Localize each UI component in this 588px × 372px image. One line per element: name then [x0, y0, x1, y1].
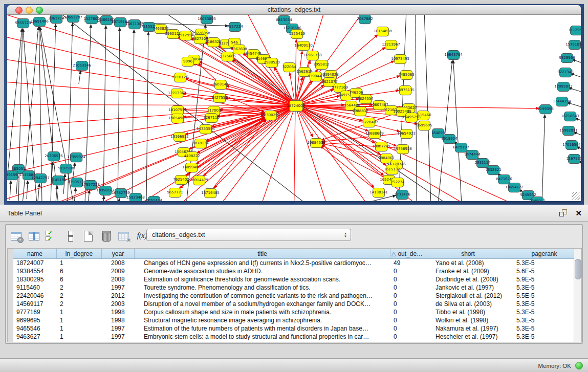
table-row[interactable]: 946362711997Embryonic stem cells: a mode… — [13, 333, 577, 341]
table-row[interactable]: 969969511998Structural magnetic resonanc… — [13, 316, 577, 324]
window-titlebar[interactable]: citations_edges.txt — [7, 5, 581, 15]
stack-rows-icon[interactable] — [63, 229, 77, 243]
graph-node[interactable]: 20206576 — [48, 151, 60, 161]
graph-node[interactable]: 8186328 — [207, 37, 220, 47]
graph-node[interactable]: 16210643 — [564, 112, 576, 121]
graph-node[interactable]: 1112954 — [570, 26, 581, 35]
graph-node[interactable]: 10973493 — [394, 54, 406, 64]
graph-node[interactable]: 2588520 — [266, 58, 278, 68]
close-window-button[interactable] — [15, 7, 23, 14]
graph-node[interactable]: 1145194 — [52, 176, 64, 185]
graph-node[interactable]: 16033803 — [201, 15, 213, 24]
column-header-short[interactable]: short — [424, 249, 512, 258]
graph-node[interactable]: 1167533 — [568, 154, 580, 164]
graph-node[interactable]: 9051434 — [148, 196, 160, 202]
graph-node[interactable]: 10654122 — [508, 183, 520, 192]
graph-node[interactable]: 14353594 — [200, 124, 212, 134]
graph-node[interactable]: 9329966 — [561, 53, 573, 63]
graph-node[interactable]: 9227343 — [559, 68, 572, 77]
delete-table-icon[interactable] — [99, 229, 113, 243]
graph-node[interactable]: 1615132 — [386, 165, 398, 174]
graph-node[interactable]: 14138141 — [373, 188, 385, 198]
graph-node[interactable]: 15923468 — [129, 193, 142, 202]
table-row[interactable]: 1872400712008Changes of HCN gene express… — [13, 259, 577, 267]
graph-node[interactable]: 12095872 — [557, 82, 570, 92]
graph-node[interactable]: 7632621 — [487, 165, 499, 175]
graph-node[interactable]: 7625402 — [175, 175, 187, 185]
graph-node[interactable]: 19654965 — [171, 114, 184, 123]
graph-node[interactable]: 2063714 — [50, 15, 62, 24]
close-panel-icon[interactable]: ✕ — [575, 209, 582, 217]
graph-node[interactable]: 8471676 — [498, 174, 510, 184]
graph-node[interactable]: 19166852 — [173, 132, 186, 142]
graph-node[interactable]: 7955812 — [315, 60, 328, 70]
table-row[interactable]: 1830029562008Estimation of significance … — [13, 275, 577, 283]
graph-node[interactable]: 8427552 — [213, 93, 226, 103]
table-scrollbar-thumb[interactable] — [575, 259, 581, 279]
graph-node[interactable]: 10719184 — [114, 17, 126, 27]
graph-node[interactable]: 12213967 — [385, 40, 397, 50]
graph-node[interactable]: 39159 — [7, 170, 18, 180]
graph-node[interactable]: 17359924 — [70, 152, 82, 162]
graph-node[interactable]: 18300295 — [265, 111, 277, 120]
graph-node[interactable]: 18807249 — [375, 142, 387, 151]
select-rows-icon[interactable]: ✓ ✓ — [46, 229, 59, 243]
column-header-pagerank[interactable]: pagerank — [512, 249, 577, 258]
graph-node[interactable]: 7988832 — [354, 106, 366, 116]
panel-splitter-handle[interactable] — [290, 202, 295, 204]
table-selector-dropdown[interactable]: citations_edges.txt ▲▼ — [146, 229, 351, 241]
graph-node[interactable]: 1527602 — [85, 15, 98, 24]
graph-node[interactable]: 9197588 — [60, 164, 72, 173]
table-row[interactable]: 1456911722003Disruption of a novel membe… — [13, 300, 577, 308]
column-header-name[interactable]: name — [13, 249, 57, 258]
graph-node[interactable]: 9896 — [182, 57, 194, 67]
graph-node[interactable]: 2367608 — [233, 45, 245, 54]
graph-node[interactable]: 6479197 — [455, 143, 467, 152]
graph-node[interactable]: 12444194 — [556, 97, 568, 106]
graph-node[interactable]: 8960128 — [167, 29, 179, 39]
graph-node[interactable]: 8918924 — [443, 134, 455, 144]
graph-node[interactable]: 15992971 — [562, 126, 575, 136]
graph-node[interactable]: 4498222 — [186, 151, 198, 161]
graph-node[interactable]: 10653287 — [67, 15, 79, 23]
graph-node[interactable]: 13975135 — [399, 85, 411, 95]
graph-node[interactable]: 9827508 — [194, 34, 206, 44]
graph-node[interactable]: 16409110 — [297, 41, 310, 51]
graph-node[interactable]: 252274 — [391, 178, 404, 187]
table-row[interactable]: 2242004622012Investigating the contribut… — [13, 292, 577, 300]
select-column-icon[interactable] — [28, 229, 41, 243]
graph-node[interactable]: 2935114 — [476, 158, 489, 168]
table-row[interactable]: 946554611997Estimation of the future num… — [13, 324, 577, 333]
graph-node[interactable]: 17016504 — [565, 140, 578, 150]
graph-node[interactable]: 7485063 — [400, 70, 412, 80]
graph-node[interactable]: 3267110 — [205, 113, 217, 123]
graph-node[interactable]: 9474444 — [466, 150, 478, 160]
column-header-out_de[interactable]: △out_de… — [390, 249, 424, 258]
graph-node[interactable]: 15720407 — [363, 118, 375, 127]
table-row[interactable]: 911546021997Tourette syndrome. Phenomeno… — [13, 283, 577, 292]
graph-node[interactable]: 12213363 — [171, 89, 183, 98]
graph-node[interactable]: 16154838 — [377, 27, 389, 36]
graph-node[interactable]: 14671388 — [128, 19, 141, 29]
graph-node[interactable]: 14099483 — [185, 163, 198, 172]
graph-node[interactable]: 322064 — [283, 62, 295, 72]
graph-node[interactable]: 9355724 — [17, 18, 29, 28]
column-header-title[interactable]: title — [135, 249, 390, 258]
table-row[interactable]: 977716911998Corpus callosum shape and si… — [13, 308, 577, 316]
graph-node[interactable]: 9699695 — [418, 121, 430, 130]
column-header-in_degree[interactable]: in_degree — [57, 249, 102, 258]
graph-node[interactable]: 7857224 — [229, 22, 241, 32]
graph-node[interactable]: 16782759 — [115, 188, 127, 198]
graph-node[interactable]: 1733426 — [396, 190, 408, 200]
graph-node[interactable]: 21053346 — [76, 61, 88, 71]
resize-grip[interactable] — [572, 192, 580, 200]
graph-node[interactable]: 16643784 — [447, 50, 460, 60]
table-scrollbar[interactable] — [574, 249, 581, 342]
graph-node[interactable]: 16961758 — [307, 51, 319, 60]
graph-node[interactable]: 17957223 — [84, 180, 97, 190]
table-row[interactable]: 1938455462009Genome-wide association stu… — [13, 267, 577, 275]
graph-node[interactable]: 2718126 — [174, 73, 186, 82]
graph-node[interactable]: 18914479 — [193, 176, 205, 185]
graph-node[interactable]: 2159358 — [539, 104, 552, 114]
new-table-icon[interactable] — [81, 229, 95, 243]
